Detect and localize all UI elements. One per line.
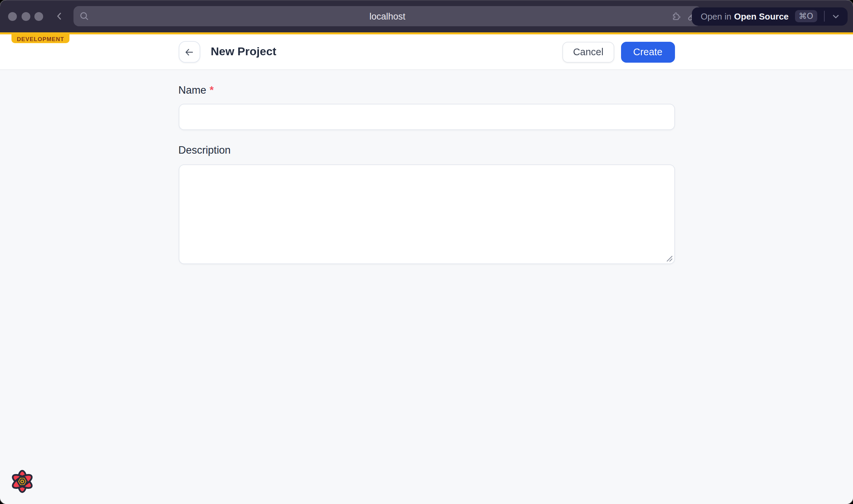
browser-back-button[interactable] bbox=[53, 10, 65, 22]
search-icon bbox=[79, 11, 90, 21]
arrow-left-icon bbox=[184, 46, 195, 58]
open-in-dropdown[interactable] bbox=[832, 12, 840, 21]
browser-titlebar: localhost Open in Open Source ⌘O bbox=[0, 0, 853, 32]
chevron-left-icon bbox=[54, 11, 65, 21]
divider bbox=[824, 11, 825, 21]
description-field-label: Description bbox=[178, 144, 675, 156]
new-project-form: Name * Description bbox=[178, 70, 675, 264]
radon-atom-logo-icon bbox=[9, 468, 36, 495]
cancel-button[interactable]: Cancel bbox=[562, 41, 614, 62]
description-label-text: Description bbox=[178, 144, 231, 156]
app-window: localhost Open in Open Source ⌘O bbox=[0, 0, 853, 504]
name-input[interactable] bbox=[178, 104, 675, 130]
back-button[interactable] bbox=[178, 41, 200, 63]
traffic-lights bbox=[8, 12, 43, 21]
create-button[interactable]: Create bbox=[621, 41, 675, 62]
page-header: New Project Cancel Create bbox=[0, 34, 853, 70]
name-label-text: Name bbox=[178, 84, 206, 96]
chevron-down-icon bbox=[832, 12, 840, 21]
page-content: Name * Description bbox=[0, 70, 853, 504]
extension-puzzle-icon[interactable] bbox=[670, 11, 682, 22]
description-textarea[interactable] bbox=[178, 164, 675, 264]
address-text: localhost bbox=[73, 11, 701, 21]
close-window-button[interactable] bbox=[8, 12, 17, 21]
keyboard-shortcut-badge: ⌘O bbox=[795, 10, 817, 22]
address-bar[interactable]: localhost bbox=[73, 6, 701, 26]
screen: localhost Open in Open Source ⌘O bbox=[0, 0, 853, 504]
open-in-target: Open Source bbox=[734, 11, 789, 21]
name-field-label: Name * bbox=[178, 84, 675, 96]
required-marker: * bbox=[210, 84, 214, 96]
page-title: New Project bbox=[211, 45, 277, 59]
open-in-prefix: Open in bbox=[701, 11, 731, 21]
resize-handle-icon[interactable] bbox=[665, 255, 673, 262]
open-in-app-button[interactable]: Open in Open Source ⌘O bbox=[692, 7, 848, 25]
development-badge: DEVELOPMENT bbox=[12, 34, 69, 43]
minimize-window-button[interactable] bbox=[21, 12, 30, 21]
zoom-window-button[interactable] bbox=[34, 12, 43, 21]
